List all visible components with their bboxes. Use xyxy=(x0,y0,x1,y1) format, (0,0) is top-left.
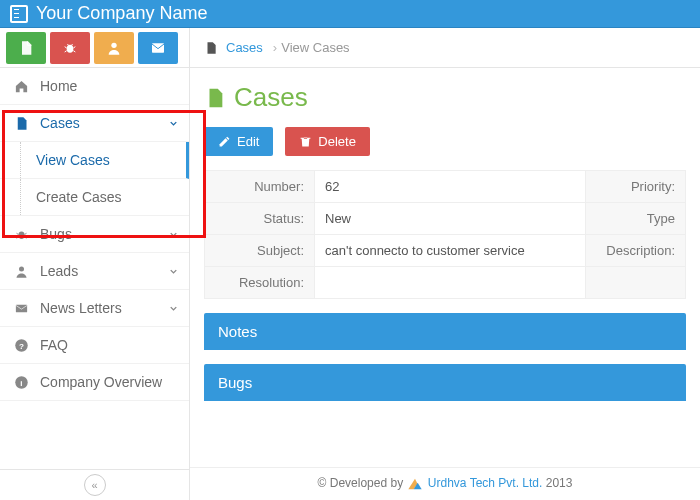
sidebar-item-label: FAQ xyxy=(40,337,68,353)
field-label: Type xyxy=(586,203,686,235)
field-label: Description: xyxy=(586,235,686,267)
file-icon xyxy=(204,87,226,109)
breadcrumb-root[interactable]: Cases xyxy=(226,40,263,55)
building-icon xyxy=(10,5,28,23)
brand-bar: Your Company Name xyxy=(0,0,700,28)
sidebar-item-label: News Letters xyxy=(40,300,122,316)
sidebar-item-faq[interactable]: ? FAQ xyxy=(0,327,189,364)
sidebar-item-cases[interactable]: Cases xyxy=(0,105,189,142)
field-label: Subject: xyxy=(205,235,315,267)
field-label: Number: xyxy=(205,171,315,203)
breadcrumb: Cases › View Cases xyxy=(190,28,700,68)
field-value-number: 62 xyxy=(315,171,586,203)
sidebar-item-label: Company Overview xyxy=(40,374,162,390)
sidebar-item-home[interactable]: Home xyxy=(0,68,189,105)
delete-button[interactable]: Delete xyxy=(285,127,370,156)
svg-point-0 xyxy=(67,44,74,52)
sidebar-item-news[interactable]: News Letters xyxy=(0,290,189,327)
bug-icon xyxy=(62,40,78,56)
file-icon xyxy=(204,41,218,55)
field-cell xyxy=(586,267,686,299)
chevron-down-icon xyxy=(168,303,179,314)
field-label: Resolution: xyxy=(205,267,315,299)
bug-icon xyxy=(12,227,30,242)
detail-table: Number: 62 Priority: Status: New Type Su… xyxy=(204,170,686,299)
urdhva-logo-icon xyxy=(407,476,423,492)
footer-link[interactable]: Urdhva Tech Pvt. Ltd. xyxy=(428,476,543,490)
footer: © Developed by Urdhva Tech Pvt. Ltd. 201… xyxy=(190,467,700,500)
sidebar-nav: Home Cases View Cases Create Cases xyxy=(0,68,189,401)
page-title: Cases xyxy=(204,82,686,113)
sidebar-item-leads[interactable]: Leads xyxy=(0,253,189,290)
sidebar-item-company[interactable]: i Company Overview xyxy=(0,364,189,401)
field-value-subject: can't connecto to customer service xyxy=(315,235,586,267)
sidebar-item-view-cases[interactable]: View Cases xyxy=(0,142,189,179)
shortcut-row xyxy=(0,28,189,68)
svg-rect-2 xyxy=(152,43,164,52)
chevron-down-icon xyxy=(168,266,179,277)
field-value-status: New xyxy=(315,203,586,235)
panel-bugs[interactable]: Bugs xyxy=(204,364,686,401)
sidebar-item-label: Home xyxy=(40,78,77,94)
question-icon: ? xyxy=(12,338,30,353)
sidebar-item-label: Leads xyxy=(40,263,78,279)
sidebar-item-label: Create Cases xyxy=(36,189,122,205)
sidebar-item-label: View Cases xyxy=(36,152,110,168)
chevron-down-icon xyxy=(168,229,179,240)
field-label: Priority: xyxy=(586,171,686,203)
edit-button[interactable]: Edit xyxy=(204,127,273,156)
trash-icon xyxy=(299,135,312,148)
shortcut-bugs[interactable] xyxy=(50,32,90,64)
shortcut-cases[interactable] xyxy=(6,32,46,64)
home-icon xyxy=(12,79,30,94)
panel-notes[interactable]: Notes xyxy=(204,313,686,350)
sidebar-item-label: Cases xyxy=(40,115,80,131)
file-icon xyxy=(12,116,30,131)
shortcut-news[interactable] xyxy=(138,32,178,64)
svg-point-1 xyxy=(111,42,116,47)
chevron-right-icon: › xyxy=(273,40,277,55)
sidebar-item-bugs[interactable]: Bugs xyxy=(0,216,189,253)
envelope-icon xyxy=(12,301,30,316)
brand-title: Your Company Name xyxy=(36,3,207,24)
sidebar-item-label: Bugs xyxy=(40,226,72,242)
chevron-left-double-icon: « xyxy=(84,474,106,496)
field-label: Status: xyxy=(205,203,315,235)
envelope-icon xyxy=(150,40,166,56)
sidebar: Home Cases View Cases Create Cases xyxy=(0,28,190,500)
main-area: Cases › View Cases Cases Edit xyxy=(190,28,700,500)
svg-point-3 xyxy=(18,231,24,239)
file-icon xyxy=(18,40,34,56)
shortcut-leads[interactable] xyxy=(94,32,134,64)
content: Cases Edit Delete Number: xyxy=(190,68,700,467)
sidebar-collapse[interactable]: « xyxy=(0,469,189,500)
svg-text:i: i xyxy=(20,378,22,387)
svg-point-4 xyxy=(19,266,24,271)
field-value-resolution xyxy=(315,267,586,299)
action-bar: Edit Delete xyxy=(204,127,686,156)
chevron-down-icon xyxy=(168,118,179,129)
pencil-icon xyxy=(218,135,231,148)
breadcrumb-current: View Cases xyxy=(281,40,349,55)
svg-text:?: ? xyxy=(19,341,24,350)
user-icon xyxy=(106,40,122,56)
info-icon: i xyxy=(12,375,30,390)
user-icon xyxy=(12,264,30,279)
sidebar-item-create-cases[interactable]: Create Cases xyxy=(0,179,189,216)
svg-rect-5 xyxy=(15,304,26,312)
